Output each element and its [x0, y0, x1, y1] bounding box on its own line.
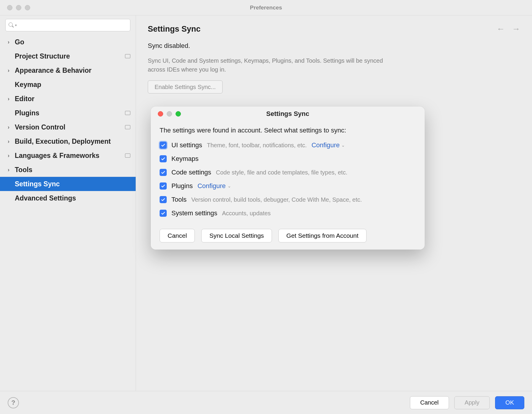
- sidebar-item-label: Build, Execution, Deployment: [15, 138, 111, 145]
- chevron-down-icon: ⌄: [341, 143, 345, 148]
- search-icon: [9, 22, 14, 28]
- ok-button[interactable]: OK: [495, 396, 524, 409]
- cancel-button[interactable]: Cancel: [410, 396, 449, 409]
- sidebar-item-settings-sync[interactable]: ›Settings Sync: [0, 177, 136, 191]
- sidebar-item-go[interactable]: ›Go: [0, 35, 136, 49]
- sidebar-item-project-structure[interactable]: ›Project Structure: [0, 49, 136, 63]
- sidebar-item-label: Languages & Frameworks: [15, 152, 99, 160]
- dialog-traffic-lights: [151, 111, 181, 117]
- window-titlebar: Preferences: [0, 0, 532, 15]
- sidebar-item-label: Go: [15, 38, 24, 46]
- project-scope-icon: [125, 111, 130, 115]
- sync-option-row: System settingsAccounts, updates: [160, 209, 416, 217]
- sidebar-item-version-control[interactable]: ›Version Control: [0, 120, 136, 134]
- chevron-right-icon: ›: [8, 153, 15, 159]
- project-scope-icon: [125, 153, 130, 158]
- page-title: Settings Sync: [148, 25, 201, 34]
- sync-option-row: UI settingsTheme, font, toolbar, notific…: [160, 141, 416, 149]
- get-settings-from-account-button[interactable]: Get Settings from Account: [278, 229, 366, 242]
- settings-tree: ›Go›Project Structure›Appearance & Behav…: [0, 35, 136, 387]
- sync-option-hint: Theme, font, toolbar, notifications, etc…: [207, 142, 307, 149]
- sync-option-label: Code settings: [171, 169, 211, 176]
- sidebar-item-label: Appearance & Behavior: [15, 67, 91, 75]
- dialog-message: The settings were found in account. Sele…: [160, 127, 416, 134]
- project-scope-icon: [125, 54, 130, 58]
- sync-status: Sync disabled.: [148, 42, 520, 50]
- checkbox[interactable]: [160, 169, 167, 176]
- sidebar-item-languages-frameworks[interactable]: ›Languages & Frameworks: [0, 148, 136, 163]
- checkbox[interactable]: [160, 182, 167, 190]
- zoom-icon[interactable]: [25, 5, 30, 10]
- sync-option-label: UI settings: [171, 141, 202, 149]
- sidebar-item-label: Advanced Settings: [15, 194, 76, 202]
- sidebar-item-build-execution-deployment[interactable]: ›Build, Execution, Deployment: [0, 134, 136, 148]
- chevron-right-icon: ›: [8, 138, 15, 145]
- chevron-right-icon: ›: [8, 67, 15, 74]
- sync-option-row: ToolsVersion control, build tools, debug…: [160, 196, 416, 203]
- window-title: Preferences: [0, 4, 532, 11]
- sync-option-hint: Accounts, updates: [222, 210, 271, 217]
- zoom-icon[interactable]: [176, 111, 181, 117]
- minimize-icon[interactable]: [167, 111, 172, 117]
- sidebar-item-tools[interactable]: ›Tools: [0, 163, 136, 177]
- project-scope-icon: [125, 125, 130, 129]
- sidebar-item-advanced-settings[interactable]: ›Advanced Settings: [0, 191, 136, 205]
- sidebar-item-label: Keymap: [15, 81, 41, 89]
- sidebar-item-keymap[interactable]: ›Keymap: [0, 77, 136, 92]
- configure-link[interactable]: Configure⌄: [312, 141, 345, 149]
- chevron-right-icon: ›: [8, 39, 15, 45]
- sync-option-label: System settings: [171, 209, 217, 217]
- close-icon[interactable]: [7, 5, 12, 10]
- checkbox[interactable]: [160, 196, 167, 203]
- search-input[interactable]: ▾: [5, 19, 130, 31]
- window-traffic-lights: [0, 5, 30, 10]
- sidebar-item-plugins[interactable]: ›Plugins: [0, 106, 136, 120]
- sync-option-row: Code settingsCode style, file and code t…: [160, 169, 416, 176]
- sidebar-item-label: Tools: [15, 166, 33, 174]
- search-field[interactable]: [19, 22, 127, 28]
- sync-description: Sync UI, Code and System settings, Keyma…: [148, 56, 390, 74]
- preferences-footer: ? Cancel Apply OK: [0, 391, 532, 414]
- configure-link[interactable]: Configure⌄: [197, 182, 231, 190]
- chevron-right-icon: ›: [8, 167, 15, 173]
- sidebar-item-label: Plugins: [15, 109, 39, 117]
- sync-option-hint: Code style, file and code templates, fil…: [216, 169, 348, 176]
- sidebar-item-editor[interactable]: ›Editor: [0, 92, 136, 106]
- settings-sync-dialog: Settings Sync The settings were found in…: [151, 106, 425, 250]
- sidebar-item-appearance-behavior[interactable]: ›Appearance & Behavior: [0, 63, 136, 77]
- checkbox[interactable]: [160, 142, 167, 149]
- chevron-right-icon: ›: [8, 96, 15, 102]
- chevron-down-icon: ⌄: [228, 184, 231, 188]
- sync-local-settings-button[interactable]: Sync Local Settings: [201, 229, 272, 242]
- sync-option-label: Tools: [171, 196, 186, 203]
- help-icon[interactable]: ?: [8, 397, 19, 408]
- sync-option-label: Keymaps: [171, 155, 199, 163]
- checkbox[interactable]: [160, 210, 167, 217]
- sidebar-item-label: Project Structure: [15, 52, 70, 60]
- checkbox[interactable]: [160, 155, 167, 162]
- sidebar-item-label: Settings Sync: [15, 180, 60, 188]
- dialog-title: Settings Sync: [151, 110, 425, 118]
- nav-forward-icon[interactable]: →: [512, 24, 520, 34]
- close-icon[interactable]: [158, 111, 163, 117]
- sync-option-label: Plugins: [171, 182, 193, 190]
- preferences-window: Preferences ▾ ›Go›Project Structure›Appe…: [0, 0, 532, 414]
- sync-option-hint: Version control, build tools, debugger, …: [191, 196, 362, 203]
- sync-option-row: Keymaps: [160, 155, 416, 163]
- sidebar-item-label: Editor: [15, 95, 34, 103]
- minimize-icon[interactable]: [16, 5, 21, 10]
- chevron-down-icon: ▾: [15, 23, 17, 27]
- settings-sidebar: ▾ ›Go›Project Structure›Appearance & Beh…: [0, 15, 136, 391]
- sync-option-row: PluginsConfigure⌄: [160, 182, 416, 190]
- enable-settings-sync-button[interactable]: Enable Settings Sync...: [148, 80, 223, 93]
- nav-back-icon[interactable]: ←: [497, 24, 505, 34]
- apply-button[interactable]: Apply: [454, 396, 490, 409]
- dialog-cancel-button[interactable]: Cancel: [160, 229, 195, 242]
- chevron-right-icon: ›: [8, 124, 15, 130]
- sidebar-item-label: Version Control: [15, 123, 65, 131]
